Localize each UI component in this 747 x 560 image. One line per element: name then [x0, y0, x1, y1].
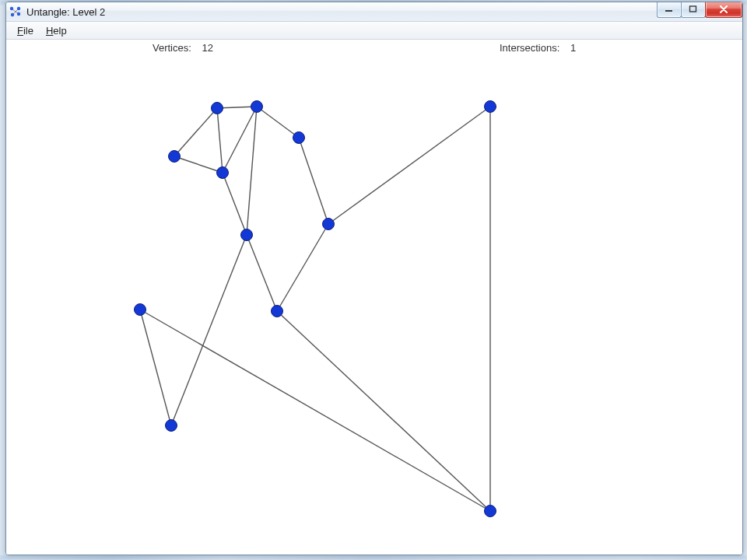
graph-vertex[interactable] [212, 103, 223, 114]
svg-rect-6 [665, 10, 672, 12]
graph-edge [257, 107, 299, 138]
intersections-value: 1 [570, 42, 576, 54]
app-icon [9, 5, 22, 18]
vertices-label: Vertices: [153, 42, 191, 54]
graph-vertex[interactable] [251, 101, 263, 113]
graph-edge [277, 311, 490, 511]
graph-vertex[interactable] [169, 151, 181, 163]
graph-edge [223, 107, 257, 173]
graph-edge [171, 235, 247, 425]
desktop-background [0, 555, 747, 560]
graph-vertex[interactable] [241, 229, 253, 241]
graph-svg [6, 55, 742, 555]
vertices-value: 12 [202, 42, 212, 54]
status-bar: Vertices: 12 Intersections: 1 [6, 40, 742, 55]
graph-edge [140, 310, 171, 425]
graph-edge [140, 310, 490, 511]
window-controls [658, 2, 742, 18]
graph-vertex[interactable] [272, 306, 283, 317]
svg-point-5 [17, 12, 20, 16]
graph-edge [217, 108, 223, 173]
menu-help-mnemonic: H [46, 25, 53, 37]
graph-vertex[interactable] [166, 420, 177, 432]
close-icon [718, 5, 729, 13]
graph-edge [299, 138, 328, 224]
graph-edge [247, 107, 257, 235]
menubar: File Help [6, 22, 742, 40]
menu-help[interactable]: Help [40, 23, 73, 38]
menu-help-rest: elp [53, 25, 66, 37]
graph-vertex[interactable] [323, 219, 335, 230]
menu-file[interactable]: File [11, 23, 40, 38]
maximize-button[interactable] [681, 2, 706, 18]
graph-edge [328, 107, 490, 224]
graph-edge [277, 224, 328, 311]
graph-edge [174, 108, 217, 156]
svg-rect-7 [690, 6, 696, 12]
maximize-icon [689, 5, 698, 13]
graph-vertex[interactable] [485, 506, 496, 517]
graph-vertex[interactable] [485, 101, 496, 113]
graph-edge [223, 173, 247, 235]
svg-point-3 [17, 7, 20, 10]
close-button[interactable] [705, 2, 742, 18]
titlebar[interactable]: Untangle: Level 2 [6, 2, 742, 22]
menu-file-mnemonic: F [17, 25, 23, 37]
graph-edge [174, 156, 223, 173]
graph-vertex[interactable] [217, 167, 229, 179]
svg-point-4 [11, 13, 14, 16]
graph-vertex[interactable] [293, 132, 305, 144]
graph-edge [247, 235, 277, 311]
game-canvas[interactable] [6, 55, 742, 555]
app-window: Untangle: Level 2 File Hel [5, 2, 743, 555]
minimize-icon [665, 5, 674, 13]
svg-point-2 [10, 7, 13, 10]
menu-file-rest: ile [23, 25, 33, 37]
minimize-button[interactable] [657, 2, 682, 18]
window-title: Untangle: Level 2 [26, 6, 105, 18]
intersections-label: Intersections: [500, 42, 559, 54]
graph-vertex[interactable] [135, 304, 146, 316]
